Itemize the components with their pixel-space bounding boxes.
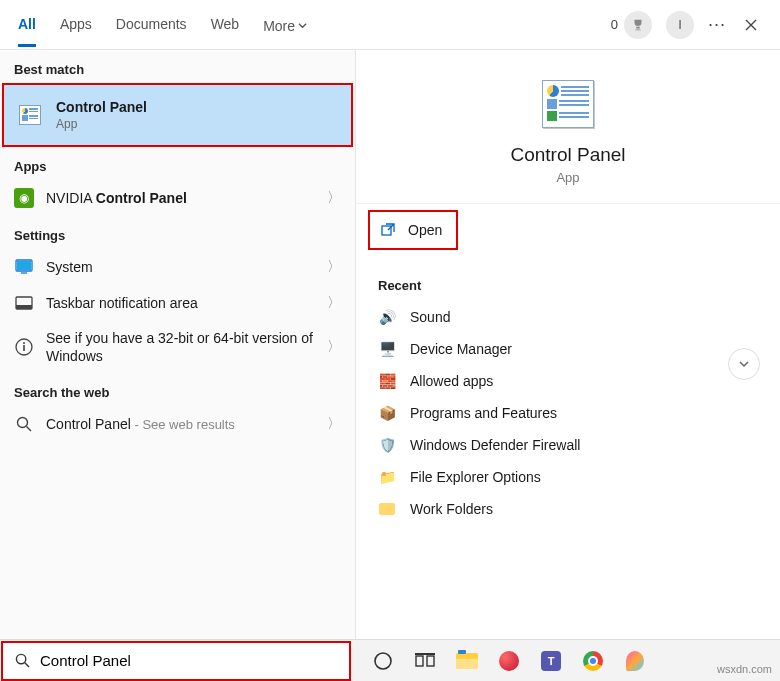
recent-label: Sound: [410, 309, 450, 325]
search-input[interactable]: [40, 652, 337, 669]
best-match-subtitle: App: [56, 117, 337, 131]
best-match-heading: Best match: [0, 50, 355, 83]
settings-heading: Settings: [0, 216, 355, 249]
best-match-title: Control Panel: [56, 99, 147, 115]
close-button[interactable]: [740, 14, 762, 36]
taskbar: T: [0, 639, 780, 681]
file-explorer-icon[interactable]: [453, 647, 481, 675]
task-view-icon[interactable]: [411, 647, 439, 675]
programs-icon: 📦: [378, 404, 396, 422]
nvidia-icon: ◉: [14, 188, 34, 208]
recent-label: Allowed apps: [410, 373, 493, 389]
sound-icon: 🔊: [378, 308, 396, 326]
chevron-right-icon: 〉: [321, 338, 341, 356]
open-icon: [380, 222, 396, 238]
setting-title: Taskbar notification area: [46, 295, 321, 311]
options-button[interactable]: ···: [708, 14, 726, 35]
recent-list: 🔊Sound 🖥️Device Manager 🧱Allowed apps 📦P…: [356, 301, 780, 525]
expand-button[interactable]: [728, 348, 760, 380]
web-heading: Search the web: [0, 373, 355, 406]
recent-label: File Explorer Options: [410, 469, 541, 485]
setting-title: System: [46, 259, 321, 275]
rewards-points: 0: [611, 17, 618, 32]
recent-label: Windows Defender Firewall: [410, 437, 580, 453]
info-icon: [14, 337, 34, 357]
results-panel: Best match Control Panel App Apps ◉ NVID…: [0, 50, 355, 681]
search-icon: [15, 653, 30, 668]
recent-file-explorer-options[interactable]: 📁File Explorer Options: [366, 461, 770, 493]
chevron-right-icon: 〉: [321, 189, 341, 207]
tab-apps[interactable]: Apps: [60, 2, 92, 47]
svg-rect-11: [416, 656, 423, 666]
device-manager-icon: 🖥️: [378, 340, 396, 358]
tab-all[interactable]: All: [18, 2, 36, 47]
svg-rect-13: [415, 653, 435, 655]
display-icon: [14, 257, 34, 277]
control-panel-icon: [18, 103, 42, 127]
open-label: Open: [408, 222, 442, 238]
header-right: 0 I ···: [611, 11, 762, 39]
open-button[interactable]: Open: [368, 210, 458, 250]
recent-heading: Recent: [356, 256, 780, 301]
svg-point-10: [375, 653, 391, 669]
recent-sound[interactable]: 🔊Sound: [366, 301, 770, 333]
paint-icon[interactable]: [621, 647, 649, 675]
preview-panel: Control Panel App Open Recent 🔊Sound 🖥️D…: [355, 50, 780, 681]
chevron-right-icon: 〉: [321, 415, 341, 433]
firewall-allow-icon: 🧱: [378, 372, 396, 390]
folder-options-icon: 📁: [378, 468, 396, 486]
taskbar-icon: [14, 293, 34, 313]
filter-tabs: All Apps Documents Web More: [18, 2, 611, 47]
trophy-icon: [624, 11, 652, 39]
svg-rect-8: [382, 226, 391, 235]
teams-icon[interactable]: T: [537, 647, 565, 675]
chevron-right-icon: 〉: [321, 258, 341, 276]
recent-work-folders[interactable]: Work Folders: [366, 493, 770, 525]
svg-rect-12: [427, 656, 434, 666]
preview-subtitle: App: [556, 170, 579, 185]
app-result-nvidia[interactable]: ◉ NVIDIA Control Panel 〉: [0, 180, 355, 216]
firewall-icon: 🛡️: [378, 436, 396, 454]
svg-point-9: [16, 654, 25, 663]
web-result[interactable]: Control Panel - See web results 〉: [0, 406, 355, 442]
svg-rect-1: [17, 261, 31, 270]
chevron-down-icon: [738, 358, 750, 370]
chevron-right-icon: 〉: [321, 294, 341, 312]
apps-heading: Apps: [0, 147, 355, 180]
best-match-text: Control Panel App: [56, 99, 337, 131]
recent-label: Programs and Features: [410, 405, 557, 421]
recent-label: Device Manager: [410, 341, 512, 357]
app-result-title: NVIDIA Control Panel: [46, 190, 321, 206]
cortana-icon[interactable]: [369, 647, 397, 675]
rewards-badge[interactable]: 0: [611, 11, 652, 39]
preview-header: Control Panel App: [356, 50, 780, 204]
account-avatar[interactable]: I: [666, 11, 694, 39]
recent-label: Work Folders: [410, 501, 493, 517]
setting-title: See if you have a 32-bit or 64-bit versi…: [46, 329, 321, 365]
chrome-icon[interactable]: [579, 647, 607, 675]
chevron-down-icon: [298, 21, 307, 30]
taskbar-search[interactable]: [1, 641, 351, 681]
svg-point-5: [23, 342, 25, 344]
opera-icon[interactable]: [495, 647, 523, 675]
tab-more-label: More: [263, 18, 295, 34]
preview-actions: Open: [356, 204, 780, 256]
setting-system[interactable]: System 〉: [0, 249, 355, 285]
search-body: Best match Control Panel App Apps ◉ NVID…: [0, 50, 780, 681]
setting-system-type[interactable]: See if you have a 32-bit or 64-bit versi…: [0, 321, 355, 373]
taskbar-icons: T: [351, 647, 649, 675]
tab-web[interactable]: Web: [211, 2, 240, 47]
tab-documents[interactable]: Documents: [116, 2, 187, 47]
recent-defender-firewall[interactable]: 🛡️Windows Defender Firewall: [366, 429, 770, 461]
recent-device-manager[interactable]: 🖥️Device Manager: [366, 333, 770, 365]
recent-programs-features[interactable]: 📦Programs and Features: [366, 397, 770, 429]
search-header: All Apps Documents Web More 0 I ···: [0, 0, 780, 50]
svg-rect-6: [23, 345, 25, 351]
tab-more[interactable]: More: [263, 2, 307, 47]
best-match-result[interactable]: Control Panel App: [2, 83, 353, 147]
start-search-window: All Apps Documents Web More 0 I ···: [0, 0, 780, 681]
recent-allowed-apps[interactable]: 🧱Allowed apps: [366, 365, 770, 397]
work-folders-icon: [378, 500, 396, 518]
svg-point-7: [18, 418, 28, 428]
setting-taskbar-notification[interactable]: Taskbar notification area 〉: [0, 285, 355, 321]
